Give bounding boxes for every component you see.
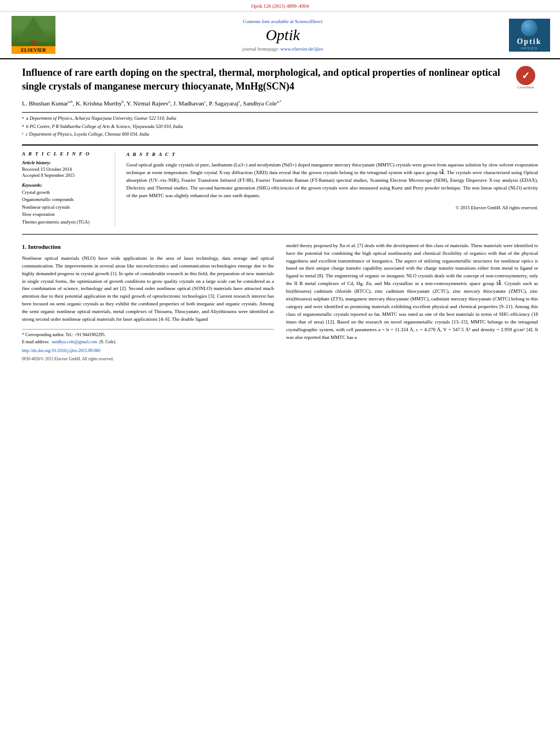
footnote-email-label: E-mail address: bbox=[22, 339, 49, 345]
journal-homepage: journal homepage: www.elsevier.de/ijleo bbox=[64, 46, 502, 52]
body-paragraph-right: model theory proposed by Xu et al. [7] d… bbox=[286, 242, 538, 342]
section-number: 1. bbox=[22, 243, 26, 250]
footer-copyright: 0030-4026/© 2015 Elsevier GmbH. All righ… bbox=[22, 356, 274, 362]
article-info: A R T I C L E I N F O Article history: R… bbox=[22, 151, 115, 226]
paper-content: Influence of rare earth doping on the sp… bbox=[0, 59, 560, 373]
section-divider bbox=[22, 234, 538, 235]
homepage-link[interactable]: www.elsevier.de/ijleo bbox=[281, 46, 323, 52]
crossmark-icon: ✓ bbox=[516, 66, 535, 85]
elsevier-label: ELSEVIER bbox=[12, 46, 55, 54]
keyword-1: Crystal growth bbox=[22, 189, 109, 197]
elsevier-logo: ELSEVIER bbox=[9, 16, 58, 54]
tree-trunk bbox=[31, 41, 36, 46]
crossmark[interactable]: ✓ CrossMark bbox=[513, 66, 538, 90]
journal-title: Optik bbox=[64, 26, 502, 44]
keyword-3: Nonlinear optical crystals bbox=[22, 204, 109, 211]
sciencedirect-link[interactable]: ScienceDirect bbox=[295, 19, 322, 24]
affil-a: a a Department of Physics, Acharya Nagar… bbox=[22, 115, 538, 123]
journal-center: Contents lists available at ScienceDirec… bbox=[64, 19, 502, 52]
abstract-text: Good optical grade single crystals of pu… bbox=[126, 161, 538, 200]
article-info-abstract: A R T I C L E I N F O Article history: R… bbox=[22, 144, 538, 226]
footnote-star: * Corresponding author. Tel.: +91 944190… bbox=[22, 332, 274, 338]
elsevier-tree-image bbox=[12, 16, 55, 46]
abstract-section: A B S T R A C T Good optical grade singl… bbox=[126, 151, 538, 226]
footnote-star-text: * Corresponding author. Tel.: +91 944190… bbox=[22, 332, 105, 338]
paper-title: Influence of rare earth doping on the sp… bbox=[22, 66, 513, 93]
optik-logo-text: Optik bbox=[517, 37, 541, 46]
crossmark-label: CrossMark bbox=[517, 85, 534, 90]
body-content: 1. Introduction Nonlinear optical materi… bbox=[22, 242, 538, 362]
footnote-area: * Corresponding author. Tel.: +91 944190… bbox=[22, 329, 274, 362]
body-paragraph-left: Nonlinear optical materials (NLO) have w… bbox=[22, 255, 274, 323]
optik-logo-subtitle: OPTICS bbox=[521, 46, 537, 51]
section-1-heading: 1. Introduction bbox=[22, 242, 274, 252]
keywords-title: Keywords: bbox=[22, 182, 109, 188]
accepted-date: Accepted 8 September 2015 bbox=[22, 172, 109, 178]
affiliations: a a Department of Physics, Acharya Nagar… bbox=[22, 112, 538, 139]
body-col-right: model theory proposed by Xu et al. [7] d… bbox=[286, 242, 538, 362]
footnote-email-suffix: (S. Cole). bbox=[99, 339, 116, 345]
optik-logo: Optik OPTICS bbox=[507, 19, 551, 52]
received-date: Received 15 October 2014 bbox=[22, 166, 109, 172]
keyword-2: Organometallic compounds bbox=[22, 196, 109, 204]
journal-citation: Optik 126 (2015) 4899–4904 bbox=[0, 0, 560, 12]
section-title: Introduction bbox=[28, 243, 61, 250]
footnote-email-row: E-mail address: sandhya.cole@gmail.com (… bbox=[22, 339, 274, 345]
authors: L. Bhushan Kumara,b, K. Krishna Murthyb,… bbox=[22, 99, 538, 109]
contents-available: Contents lists available at ScienceDirec… bbox=[64, 19, 502, 24]
doi-link[interactable]: http://dx.doi.org/10.1016/j.ijleo.2015.0… bbox=[22, 348, 274, 354]
affil-c: c c Department of Physics, Loyola Colleg… bbox=[22, 131, 538, 139]
keyword-5: Thermo gravimetric analysis (TGA) bbox=[22, 219, 109, 226]
optik-lens-icon bbox=[521, 20, 537, 36]
abstract-heading: A B S T R A C T bbox=[126, 151, 538, 159]
title-section: Influence of rare earth doping on the sp… bbox=[22, 66, 538, 93]
affil-b: b b PG Centre, P B Siddhartha College of… bbox=[22, 123, 538, 131]
body-col-left: 1. Introduction Nonlinear optical materi… bbox=[22, 242, 274, 362]
tree-shape bbox=[17, 17, 50, 42]
citation-text: Optik 126 (2015) 4899–4904 bbox=[251, 3, 309, 9]
optik-logo-box: Optik OPTICS bbox=[509, 19, 550, 52]
article-info-heading: A R T I C L E I N F O bbox=[22, 151, 109, 157]
copyright-notice: © 2015 Elsevier GmbH. All rights reserve… bbox=[126, 204, 538, 211]
journal-header: ELSEVIER Contents lists available at Sci… bbox=[0, 12, 560, 59]
keywords-list: Crystal growth Organometallic compounds … bbox=[22, 189, 109, 226]
footnote-email[interactable]: sandhya.cole@gmail.com bbox=[52, 339, 97, 345]
keyword-4: Slow evaporation bbox=[22, 211, 109, 219]
article-history-title: Article history: bbox=[22, 160, 109, 165]
